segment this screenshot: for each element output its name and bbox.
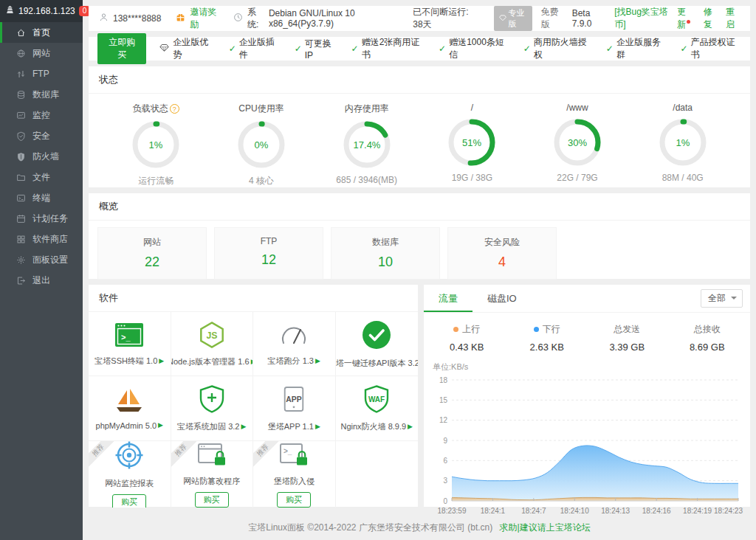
software-item[interactable]: JS Node.js版本管理器 1.6▶ bbox=[171, 312, 254, 376]
sidebar-item-home[interactable]: 首页 bbox=[0, 22, 83, 43]
svg-text:17.4%: 17.4% bbox=[353, 139, 380, 150]
sidebar-item-monitor[interactable]: 监控 bbox=[0, 105, 83, 125]
promo-feature: ✓可更换IP bbox=[295, 36, 338, 61]
downstream-dot bbox=[534, 327, 539, 332]
monitor-icon bbox=[16, 111, 26, 120]
sidebar-item-label: 监控 bbox=[32, 109, 50, 122]
sidebar-item-label: 面板设置 bbox=[32, 254, 68, 266]
software-panel: 软件 >_ 宝塔SSH终端 1.0▶ JS Node.js版本管理器 1.6▶ … bbox=[89, 285, 418, 507]
terminal-lock-icon: >_ bbox=[278, 442, 309, 471]
footer-forum-link[interactable]: 求助|建议请上宝塔论坛 bbox=[500, 522, 591, 533]
sidebar-item-ftp[interactable]: FTP bbox=[0, 63, 83, 84]
action-重启[interactable]: 重启 bbox=[726, 6, 740, 31]
sidebar-header: 192.168.1.123 0 bbox=[0, 0, 83, 22]
sidebar-item-terminal[interactable]: 终端 bbox=[0, 187, 83, 208]
sidebar-item-grid[interactable]: 软件商店 bbox=[0, 229, 83, 249]
stat-downstream: 下行 2.63 KB bbox=[507, 323, 588, 353]
sidebar-item-shield-check[interactable]: 安全 bbox=[0, 125, 83, 146]
gauge: CPU使用率? 0% 4 核心 bbox=[209, 103, 315, 187]
overview-title: 概览 bbox=[89, 193, 750, 221]
stat-total-sent: 总发送 3.39 GB bbox=[587, 323, 667, 353]
sidebar-item-globe[interactable]: 网站 bbox=[0, 43, 83, 63]
software-item[interactable]: 推荐 >_ 堡塔防入侵▶ 购买 bbox=[253, 441, 336, 508]
software-item-name: 宝塔一键迁移API版本 3.2 bbox=[336, 358, 419, 369]
stat-downstream-label: 下行 bbox=[543, 323, 560, 336]
gauge-ring: 1% bbox=[630, 117, 735, 170]
shield-check-icon bbox=[16, 131, 26, 141]
database-icon bbox=[16, 90, 26, 100]
svg-text:0: 0 bbox=[443, 497, 447, 505]
server-ip: 192.168.1.123 bbox=[18, 6, 75, 16]
svg-text:12: 12 bbox=[439, 416, 448, 424]
help-icon[interactable]: ? bbox=[170, 104, 179, 114]
svg-text:18: 18 bbox=[439, 376, 448, 384]
gauge: /data? 1% 88M / 40G bbox=[630, 103, 735, 187]
software-item[interactable]: phpMyAdmin 5.0▶ bbox=[89, 376, 171, 441]
software-item-name: Node.js版本管理器 1.6 bbox=[171, 356, 250, 367]
enterprise-advantage[interactable]: 企业版优势 bbox=[159, 36, 215, 61]
user-account[interactable]: 138****8888 bbox=[99, 13, 161, 24]
overview-card[interactable]: 网站 22 bbox=[97, 227, 207, 280]
play-icon: ▶ bbox=[315, 423, 320, 430]
range-select[interactable]: 全部 bbox=[701, 289, 743, 308]
overview-card-label: 网站 bbox=[98, 236, 206, 249]
gauge-title: /data bbox=[673, 103, 693, 113]
stat-total-sent-label: 总发送 bbox=[614, 323, 640, 336]
software-item[interactable]: 推荐 网站防篡改程序▶ 购买 bbox=[171, 441, 254, 508]
check-icon: ✓ bbox=[295, 44, 302, 54]
sidebar-item-gear[interactable]: 面板设置 bbox=[0, 249, 83, 270]
check-icon: ✓ bbox=[523, 44, 531, 54]
overview-card-value: 4 bbox=[448, 255, 556, 270]
sidebar-item-label: 计划任务 bbox=[32, 212, 68, 225]
gauge-title: 负载状态 bbox=[133, 103, 168, 114]
action-修复[interactable]: 修复 bbox=[704, 6, 718, 31]
sidebar-item-firewall[interactable]: 防火墙 bbox=[0, 146, 83, 167]
sidebar-item-label: 安全 bbox=[32, 130, 50, 142]
bug-bounty-link[interactable]: [找Bug奖宝塔币] bbox=[614, 6, 668, 31]
invite-reward-label: 邀请奖励 bbox=[190, 6, 218, 31]
buy-button[interactable]: 购买 bbox=[277, 492, 311, 508]
overview-card-label: 数据库 bbox=[331, 236, 439, 249]
software-item[interactable]: APP 堡塔APP 1.1▶ bbox=[253, 376, 336, 441]
sidebar-item-folder[interactable]: 文件 bbox=[0, 167, 83, 187]
sidebar-item-calendar[interactable]: 计划任务 bbox=[0, 208, 83, 229]
tab-traffic[interactable]: 流量 bbox=[424, 285, 472, 312]
invite-reward[interactable]: 邀请奖励 bbox=[176, 6, 218, 31]
play-icon: ▶ bbox=[315, 358, 320, 364]
svg-text:>_: >_ bbox=[284, 447, 292, 455]
svg-text:15: 15 bbox=[439, 396, 448, 404]
software-item-name: 宝塔SSH终端 1.0 bbox=[94, 356, 157, 367]
software-item[interactable]: >_ 宝塔SSH终端 1.0▶ bbox=[89, 312, 171, 376]
promo-feature: ✓赠送1000条短信 bbox=[439, 36, 510, 61]
status-title: 状态 bbox=[89, 66, 750, 94]
gauge-sublabel: 4 核心 bbox=[209, 175, 315, 187]
buy-button[interactable]: 购买 bbox=[112, 494, 146, 508]
overview-card[interactable]: 数据库 10 bbox=[331, 227, 440, 280]
promo-features: ✓企业版插件✓可更换IP✓赠送2张商用证书✓赠送1000条短信✓商用防火墙授权✓… bbox=[229, 36, 741, 61]
gauge: /? 51% 19G / 38G bbox=[419, 103, 525, 187]
check-icon: ✓ bbox=[606, 44, 614, 54]
pro-version-badge[interactable]: 专业版 bbox=[494, 6, 532, 31]
software-item[interactable]: WAF Nginx防火墙 8.9.9▶ bbox=[336, 376, 419, 441]
overview-card[interactable]: FTP 12 bbox=[214, 227, 323, 280]
gauge-ring: 51% bbox=[419, 117, 525, 170]
overview-card[interactable]: 安全风险 4 bbox=[447, 227, 557, 280]
tab-disk-io[interactable]: 磁盘IO bbox=[472, 285, 532, 312]
sidebar-item-database[interactable]: 数据库 bbox=[0, 84, 83, 105]
buy-button[interactable]: 购买 bbox=[195, 492, 229, 508]
gauges-row: 负载状态? 1% 运行流畅 CPU使用率? 0% 4 核心 内存使用率? 17.… bbox=[89, 94, 750, 187]
software-item[interactable]: 宝塔跑分 1.3▶ bbox=[253, 312, 336, 376]
gauge-ring: 0% bbox=[209, 119, 315, 173]
sidebar-item-logout[interactable]: 退出 bbox=[0, 270, 83, 291]
upstream-dot bbox=[453, 327, 458, 332]
action-更新[interactable]: 更新 bbox=[677, 6, 694, 31]
software-item[interactable]: 宝塔一键迁移API版本 3.2▶ bbox=[336, 312, 419, 376]
svg-text:WAF: WAF bbox=[368, 395, 385, 404]
software-item[interactable]: 宝塔系统加固 3.2▶ bbox=[171, 376, 254, 441]
gauge-title: / bbox=[471, 103, 473, 113]
bottom-row: 软件 >_ 宝塔SSH终端 1.0▶ JS Node.js版本管理器 1.6▶ … bbox=[89, 285, 750, 507]
promo-feature: ✓商用防火墙授权 bbox=[523, 36, 593, 61]
overview-card-label: 安全风险 bbox=[448, 236, 556, 249]
software-item[interactable]: 推荐 网站监控报表▶ 购买 bbox=[89, 441, 171, 508]
buy-now-button[interactable]: 立即购买 bbox=[97, 33, 146, 64]
